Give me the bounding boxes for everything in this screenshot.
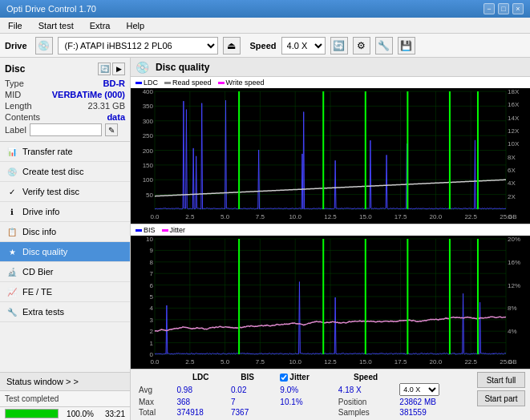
read-speed-legend-label: Read speed <box>172 79 212 87</box>
progress-time: 33:21 <box>97 410 125 418</box>
ldc-col-header: LDC <box>174 372 228 382</box>
start-full-button[interactable]: Start full <box>477 372 525 388</box>
jitter-max: 10.1% <box>277 397 335 407</box>
fe-te-icon: 📈 <box>6 286 18 297</box>
extra-tests-label: Extra tests <box>22 307 64 317</box>
total-row-label: Total <box>136 407 174 418</box>
extra-button[interactable]: 🔧 <box>375 37 393 55</box>
menu-file[interactable]: File <box>3 20 27 31</box>
position-val: 23862 MB <box>396 397 472 407</box>
status-window-label: Status window > > <box>6 377 79 386</box>
disc-quality-icon: ★ <box>6 246 18 257</box>
label-label: Label <box>5 125 26 135</box>
create-test-disc-icon: 💿 <box>6 166 18 177</box>
sidebar-item-fe-te[interactable]: 📈 FE / TE <box>0 282 130 302</box>
menu-bar: File Start test Extra Help <box>0 18 530 34</box>
sidebar-item-verify-test-disc[interactable]: ✓ Verify test disc <box>0 182 130 202</box>
ldc-legend: LDC Read speed Write speed <box>131 77 530 88</box>
label-edit-btn[interactable]: ✎ <box>105 123 118 136</box>
start-part-button[interactable]: Start part <box>477 390 525 406</box>
write-speed-legend-item: Write speed <box>218 79 265 87</box>
sidebar-item-transfer-rate[interactable]: 📊 Transfer rate <box>0 142 130 162</box>
close-button[interactable]: × <box>512 3 524 14</box>
stats-controls: LDC BIS Jitter Speed Avg <box>131 369 530 420</box>
menu-start-test[interactable]: Start test <box>34 20 79 31</box>
sidebar-item-extra-tests[interactable]: 🔧 Extra tests <box>0 302 130 322</box>
eject-button[interactable]: ⏏ <box>223 37 241 55</box>
sidebar-item-drive-info[interactable]: ℹ Drive info <box>0 202 130 222</box>
title-bar: Opti Drive Control 1.70 − □ × <box>0 0 530 18</box>
main-layout: Disc 🔄 ▶ Type BD-R MID VERBATiMe (000) L… <box>0 58 530 420</box>
sidebar: Disc 🔄 ▶ Type BD-R MID VERBATiMe (000) L… <box>0 58 131 420</box>
speed-select-stats[interactable]: 4.0 X <box>399 383 439 396</box>
drive-icon-btn[interactable]: 💿 <box>35 37 53 55</box>
toolbar: Drive 💿 (F:) ATAPI iHBS112 2 PL06 ⏏ Spee… <box>0 34 530 58</box>
max-row-label: Max <box>136 397 174 407</box>
read-speed-legend-dot <box>164 82 171 84</box>
position-label: Position <box>335 397 397 407</box>
verify-test-disc-icon: ✓ <box>6 186 18 197</box>
drive-info-label: Drive info <box>22 207 59 216</box>
ldc-legend-item: LDC <box>136 79 158 87</box>
refresh-button[interactable]: 🔄 <box>330 37 348 55</box>
jitter-checkbox-label[interactable]: Jitter <box>280 373 332 382</box>
status-window-button[interactable]: Status window > > <box>0 372 130 390</box>
charts-area: LDC Read speed Write speed <box>131 77 530 369</box>
menu-extra[interactable]: Extra <box>85 20 115 31</box>
disc-info-icon[interactable]: ▶ <box>112 63 125 75</box>
transfer-rate-icon: 📊 <box>6 146 18 157</box>
ldc-max: 368 <box>174 397 228 407</box>
minimize-button[interactable]: − <box>483 3 495 14</box>
contents-label: Contents <box>5 112 40 122</box>
jitter-col-header: Jitter <box>277 372 335 382</box>
jitter-avg: 9.0% <box>277 382 335 397</box>
length-label: Length <box>5 101 32 111</box>
bis-legend-dot <box>136 229 142 232</box>
length-value: 23.31 GB <box>88 101 125 111</box>
bis-avg: 0.02 <box>228 382 267 397</box>
drive-label: Drive <box>5 41 27 50</box>
jitter-legend-dot <box>162 229 168 232</box>
disc-refresh-icon[interactable]: 🔄 <box>98 63 111 75</box>
save-button[interactable]: 💾 <box>398 37 415 55</box>
window-controls: − □ × <box>483 3 524 14</box>
disc-quality-header-icon: 💿 <box>136 61 149 74</box>
extra-tests-icon: 🔧 <box>6 306 18 317</box>
menu-help[interactable]: Help <box>121 20 149 31</box>
cd-bier-label: CD Bier <box>22 267 54 277</box>
progress-area: Test completed <box>0 390 130 406</box>
fe-te-label: FE / TE <box>22 287 52 297</box>
maximize-button[interactable]: □ <box>498 3 509 14</box>
app-title: Opti Drive Control 1.70 <box>6 4 96 14</box>
write-speed-legend-dot <box>218 82 225 84</box>
status-text: Test completed <box>5 394 59 403</box>
ldc-legend-dot <box>136 82 142 84</box>
label-input[interactable] <box>30 123 102 136</box>
sidebar-item-cd-bier[interactable]: 🔬 CD Bier <box>0 262 130 282</box>
progress-percent: 100.0% <box>62 410 94 418</box>
speed-label: Speed <box>250 41 277 50</box>
disc-info-label: Disc info <box>22 227 56 236</box>
sidebar-item-create-test-disc[interactable]: 💿 Create test disc <box>0 162 130 182</box>
avg-row-label: Avg <box>136 382 174 397</box>
drive-select[interactable]: (F:) ATAPI iHBS112 2 PL06 <box>58 37 218 55</box>
cd-bier-icon: 🔬 <box>6 266 18 277</box>
speed-select[interactable]: 4.0 X <box>281 37 326 55</box>
sidebar-item-disc-quality[interactable]: ★ Disc quality <box>0 242 130 262</box>
ldc-chart-container: LDC Read speed Write speed <box>131 77 530 224</box>
sidebar-item-disc-info[interactable]: 📋 Disc info <box>0 222 130 242</box>
jitter-legend-item: Jitter <box>162 226 186 234</box>
settings-button[interactable]: ⚙ <box>353 37 370 55</box>
speed-avg: 4.18 X <box>335 382 397 397</box>
bis-max: 7 <box>228 397 267 407</box>
jitter-checkbox[interactable] <box>280 374 288 382</box>
jitter-legend-label: Jitter <box>170 226 186 234</box>
samples-label: Samples <box>335 407 397 418</box>
ldc-avg: 0.98 <box>174 382 228 397</box>
disc-info-icon: 📋 <box>6 226 18 237</box>
speed-col-header: Speed <box>335 372 397 382</box>
mid-value: VERBATiMe (000) <box>52 90 125 99</box>
write-speed-legend-label: Write speed <box>226 79 265 87</box>
ldc-legend-label: LDC <box>144 79 158 87</box>
disc-quality-title: Disc quality <box>156 62 209 73</box>
